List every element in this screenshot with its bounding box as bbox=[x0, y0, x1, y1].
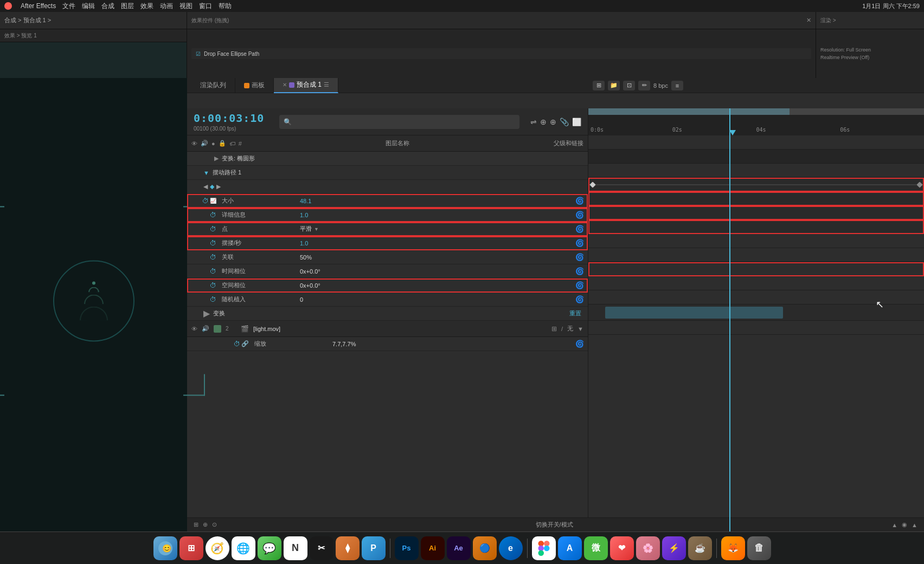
work-area-bar bbox=[588, 108, 924, 115]
tool-icon-3[interactable]: ⊕ bbox=[550, 118, 556, 126]
tab-menu-icon[interactable]: ☰ bbox=[324, 81, 329, 88]
menu-composition[interactable]: 合成 bbox=[101, 2, 114, 11]
dock-wechat[interactable]: 微 bbox=[584, 536, 608, 560]
wiggle-collapse-arrow[interactable]: ▼ bbox=[203, 170, 209, 176]
layer2-blend-mode[interactable]: 无 bbox=[567, 325, 573, 333]
layer2-eye-icon[interactable]: 👁 bbox=[191, 326, 197, 332]
dock-messages[interactable]: 💬 bbox=[258, 536, 281, 560]
menu-after-effects[interactable]: After Effects bbox=[21, 2, 56, 10]
dock-app3[interactable]: ⚡ bbox=[662, 536, 686, 560]
dock-safari[interactable]: 🧭 bbox=[206, 536, 229, 560]
wobble-stopwatch[interactable]: ⏱ bbox=[210, 239, 216, 247]
tool-icon-4[interactable]: 📎 bbox=[560, 118, 569, 126]
compose-icon-1[interactable]: ⊞ bbox=[194, 521, 198, 528]
dock-after-effects[interactable]: Ae bbox=[447, 536, 471, 560]
temporal-value[interactable]: 0x+0.0° bbox=[296, 268, 572, 275]
wobble-value[interactable]: 1.0 bbox=[296, 240, 572, 247]
close-middle-panel[interactable]: ✕ bbox=[806, 17, 811, 24]
dock-davinci[interactable]: ⧫ bbox=[336, 536, 360, 560]
kf-diamond-left[interactable] bbox=[589, 181, 595, 187]
toggle-icon-1[interactable]: ⊞ bbox=[593, 81, 605, 90]
dock-notion[interactable]: N bbox=[284, 536, 307, 560]
compose-icon-5[interactable]: ▲ bbox=[912, 522, 917, 528]
dock-finder[interactable]: 😊 bbox=[153, 536, 177, 560]
expand-arrow[interactable]: ▶ bbox=[214, 155, 219, 162]
dock-illustrator[interactable]: Ai bbox=[421, 536, 445, 560]
random-stopwatch[interactable]: ⏱ bbox=[210, 296, 216, 303]
tool-icon-1[interactable]: ⇌ bbox=[530, 118, 537, 126]
dock-pixelmator[interactable]: P bbox=[362, 536, 386, 560]
toggle-icon-4[interactable]: ✏ bbox=[638, 81, 650, 90]
detail-stopwatch[interactable]: ⏱ bbox=[210, 211, 216, 219]
dock-launchpad[interactable]: ⊞ bbox=[179, 536, 203, 560]
compose-icon-4[interactable]: ▲ bbox=[891, 522, 897, 528]
random-value[interactable]: 0 bbox=[296, 296, 572, 303]
spatial-value[interactable]: 0x+0.0° bbox=[296, 282, 572, 289]
dock-colorful[interactable]: 🦊 bbox=[721, 536, 745, 560]
nav-left-arrow[interactable]: ◀ bbox=[203, 183, 208, 190]
size-stopwatch[interactable]: ⏱ bbox=[202, 197, 209, 205]
ae-label: Ae bbox=[454, 544, 463, 552]
kf-diamond-right[interactable] bbox=[916, 181, 922, 187]
menu-layer[interactable]: 图层 bbox=[121, 2, 134, 11]
dock-separator-3 bbox=[716, 539, 717, 558]
keyframe-nav-icon[interactable]: ◉ bbox=[902, 521, 907, 528]
size-value[interactable]: 48.1 bbox=[296, 198, 572, 204]
scale-value[interactable]: 7.7,7.7% bbox=[328, 341, 572, 347]
dock-app4[interactable]: ☕ bbox=[688, 536, 712, 560]
transform-expand-arrow[interactable]: ▶ bbox=[203, 308, 210, 319]
temporal-stopwatch[interactable]: ⏱ bbox=[210, 268, 216, 275]
dock-app2[interactable]: 🌸 bbox=[636, 536, 660, 560]
spatial-stopwatch[interactable]: ⏱ bbox=[210, 282, 216, 289]
dock-photoshop[interactable]: Ps bbox=[395, 536, 419, 560]
nav-right-arrow[interactable]: ▶ bbox=[216, 183, 221, 190]
tab-render-queue[interactable]: 渲染队列 bbox=[191, 78, 235, 93]
correlation-value[interactable]: 50% bbox=[296, 254, 572, 261]
dock-chrome[interactable]: 🌐 bbox=[232, 536, 255, 560]
size-indent: ⏱ 📈 bbox=[187, 197, 220, 205]
temporal-label: 时间相位 bbox=[220, 267, 296, 275]
tab-precomp[interactable]: ✕ 预合成 1 ☰ bbox=[274, 78, 338, 93]
menu-animation[interactable]: 动画 bbox=[160, 2, 173, 11]
toggle-icon-5[interactable]: ≡ bbox=[671, 81, 683, 90]
dock-edge[interactable]: e bbox=[499, 536, 523, 560]
dock-capcut[interactable]: ✂ bbox=[310, 536, 333, 560]
menu-effects[interactable]: 效果 bbox=[140, 2, 153, 11]
menu-edit[interactable]: 编辑 bbox=[82, 2, 95, 11]
dock: 😊 ⊞ 🧭 🌐 💬 N ✂ ⧫ P Ps Ai Ae 🔵 bbox=[0, 531, 924, 564]
effect-checkbox[interactable]: ☑ bbox=[196, 51, 201, 57]
scale-stopwatch[interactable]: ⏱ bbox=[234, 340, 240, 348]
menu-help[interactable]: 帮助 bbox=[219, 2, 232, 11]
menu-view[interactable]: 视图 bbox=[179, 2, 193, 11]
dock-blender[interactable]: 🔵 bbox=[473, 536, 497, 560]
dock-appstore[interactable]: A bbox=[558, 536, 582, 560]
dock-app1[interactable]: ❤ bbox=[610, 536, 634, 560]
menu-window[interactable]: 窗口 bbox=[199, 2, 212, 11]
cursor: ↖ bbox=[876, 299, 884, 310]
tool-icon-2[interactable]: ⊕ bbox=[540, 118, 547, 126]
app2-icon: 🌸 bbox=[643, 543, 653, 553]
layer2-dropdown-arrow[interactable]: ▼ bbox=[578, 326, 583, 332]
point-stopwatch[interactable]: ⏱ bbox=[210, 225, 216, 233]
menu-file[interactable]: 文件 bbox=[62, 2, 75, 11]
compose-icon-2[interactable]: ⊕ bbox=[203, 521, 208, 528]
correlation-stopwatch[interactable]: ⏱ bbox=[210, 254, 216, 261]
tab-canvas[interactable]: 画板 bbox=[235, 78, 274, 93]
reset-button[interactable]: 重置 bbox=[569, 309, 581, 317]
nav-diamond[interactable]: ◆ bbox=[210, 183, 214, 190]
compose-icon-3[interactable]: ⊙ bbox=[212, 521, 217, 528]
transform-reset-row: ▶ 变换 重置 bbox=[187, 307, 588, 321]
wiggle-section-header: ▼ 摆动路径 1 bbox=[187, 166, 588, 180]
tab-close-icon[interactable]: ✕ bbox=[283, 82, 287, 88]
toggle-icon-3[interactable]: ⊡ bbox=[623, 81, 635, 90]
dock-trash[interactable]: 🗑 bbox=[747, 536, 771, 560]
layer2-audio-icon[interactable]: 🔊 bbox=[202, 325, 209, 332]
tick-0s: 0:0s bbox=[591, 127, 604, 133]
dock-figma[interactable] bbox=[532, 536, 556, 560]
detail-value[interactable]: 1.0 bbox=[296, 212, 572, 218]
toggle-icon-2[interactable]: 📁 bbox=[608, 81, 620, 90]
point-dropdown[interactable]: 平滑 ▼ bbox=[296, 225, 572, 233]
size-graph-icon[interactable]: 📈 bbox=[210, 198, 216, 204]
correlation-indent: ⏱ bbox=[187, 254, 220, 261]
tool-icon-5[interactable]: ⬜ bbox=[572, 118, 581, 126]
